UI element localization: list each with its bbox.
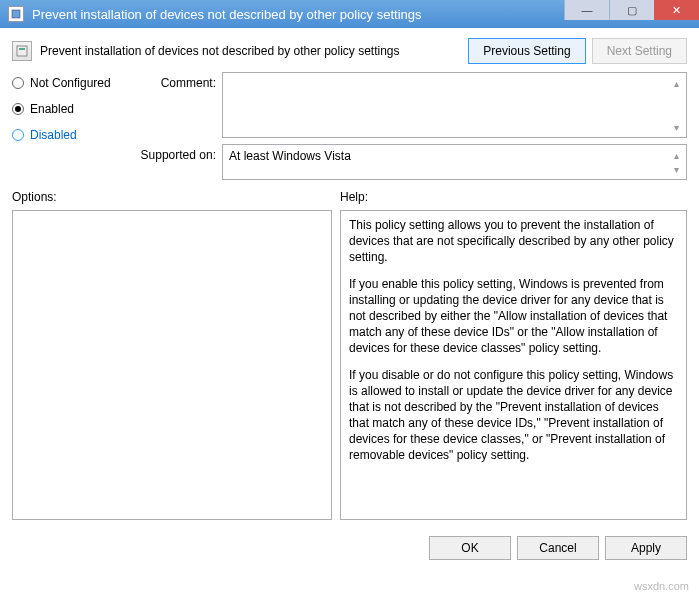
maximize-button[interactable]: ▢	[609, 0, 654, 20]
radio-label: Enabled	[30, 102, 74, 116]
radio-label: Not Configured	[30, 76, 111, 90]
help-box[interactable]: This policy setting allows you to preven…	[340, 210, 687, 520]
help-paragraph: If you enable this policy setting, Windo…	[349, 276, 678, 357]
window-app-icon	[8, 6, 24, 22]
ok-button[interactable]: OK	[429, 536, 511, 560]
help-paragraph: If you disable or do not configure this …	[349, 367, 678, 464]
comment-textbox[interactable]: ▴ ▾	[222, 72, 687, 138]
content-area: Prevent installation of devices not desc…	[0, 28, 699, 528]
supported-row: Supported on: At least Windows Vista ▴ ▾	[132, 144, 687, 180]
options-label: Options:	[12, 190, 332, 204]
radio-label: Disabled	[30, 128, 77, 142]
state-radio-group: Not Configured Enabled Disabled	[12, 72, 132, 180]
svg-rect-0	[12, 10, 20, 18]
titlebar: Prevent installation of devices not desc…	[0, 0, 699, 28]
watermark: wsxdn.com	[634, 580, 689, 592]
svg-rect-2	[19, 48, 25, 50]
radio-icon	[12, 129, 24, 141]
radio-icon	[12, 103, 24, 115]
window-controls: — ▢ ✕	[564, 0, 699, 20]
scroll-down-icon[interactable]: ▾	[668, 119, 684, 135]
radio-icon	[12, 77, 24, 89]
lower-panes: Options: Help: This policy setting allow…	[12, 190, 687, 520]
radio-disabled[interactable]: Disabled	[12, 128, 132, 142]
cancel-button[interactable]: Cancel	[517, 536, 599, 560]
close-button[interactable]: ✕	[654, 0, 699, 20]
help-label: Help:	[340, 190, 687, 204]
options-column: Options:	[12, 190, 332, 520]
dialog-footer: OK Cancel Apply	[0, 528, 699, 568]
help-column: Help: This policy setting allows you to …	[340, 190, 687, 520]
next-setting-button: Next Setting	[592, 38, 687, 64]
configuration-row: Not Configured Enabled Disabled Comment:…	[12, 72, 687, 180]
policy-header-row: Prevent installation of devices not desc…	[12, 38, 687, 64]
help-paragraph: This policy setting allows you to preven…	[349, 217, 678, 266]
comment-label: Comment:	[132, 72, 222, 90]
scroll-up-icon[interactable]: ▴	[668, 75, 684, 91]
apply-button[interactable]: Apply	[605, 536, 687, 560]
supported-textbox: At least Windows Vista ▴ ▾	[222, 144, 687, 180]
supported-value: At least Windows Vista	[229, 149, 351, 163]
policy-icon	[12, 41, 32, 61]
policy-title: Prevent installation of devices not desc…	[40, 44, 462, 58]
radio-not-configured[interactable]: Not Configured	[12, 76, 132, 90]
options-box[interactable]	[12, 210, 332, 520]
previous-setting-button[interactable]: Previous Setting	[468, 38, 585, 64]
window-title: Prevent installation of devices not desc…	[32, 7, 422, 22]
fields-column: Comment: ▴ ▾ Supported on: At least Wind…	[132, 72, 687, 180]
comment-row: Comment: ▴ ▾	[132, 72, 687, 138]
radio-enabled[interactable]: Enabled	[12, 102, 132, 116]
supported-label: Supported on:	[132, 144, 222, 162]
minimize-button[interactable]: —	[564, 0, 609, 20]
svg-rect-1	[17, 46, 27, 56]
scroll-down-icon[interactable]: ▾	[668, 161, 684, 177]
